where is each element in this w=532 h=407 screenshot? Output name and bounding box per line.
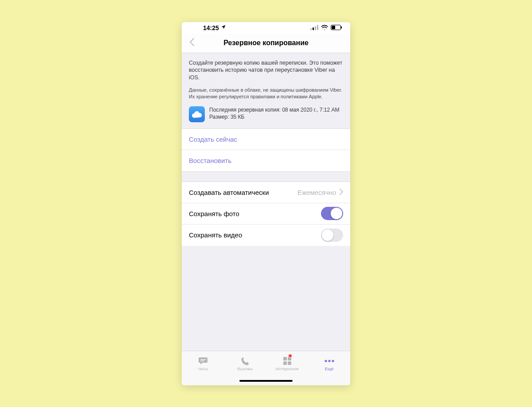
phone-icon (241, 357, 250, 365)
home-indicator[interactable] (239, 380, 293, 382)
create-now-button[interactable]: Создать сейчас (182, 129, 350, 150)
tab-bar: Чаты Вызовы Интересное (182, 351, 350, 376)
empty-area (182, 246, 350, 351)
icloud-icon (189, 106, 205, 122)
tab-more-label: Ещё (325, 366, 333, 371)
auto-backup-value: Ежемесячно (297, 189, 336, 196)
actions-group: Создать сейчас Восстановить (182, 129, 350, 171)
cellular-signal-icon (310, 24, 318, 31)
backup-info-section: Создайте резервную копию вашей переписки… (182, 53, 350, 129)
restore-button[interactable]: Восстановить (182, 150, 350, 171)
chat-bubble-icon (198, 357, 208, 365)
svg-rect-9 (283, 357, 287, 360)
backup-status-text: Последняя резервная копия: 08 мая 2020 г… (209, 106, 339, 120)
wifi-icon (321, 24, 328, 31)
tab-chats-label: Чаты (198, 366, 208, 371)
svg-rect-5 (332, 26, 335, 29)
more-dots-icon (324, 357, 335, 365)
tab-calls[interactable]: Вызовы (224, 351, 266, 376)
backup-disclaimer: Данные, сохранённые в облаке, не защищен… (189, 87, 343, 100)
svg-rect-6 (341, 26, 342, 28)
battery-icon (331, 24, 342, 31)
tab-chats[interactable]: Чаты (182, 351, 224, 376)
save-photo-row: Сохранять фото (182, 203, 350, 225)
auto-backup-label: Создавать автоматически (189, 189, 269, 196)
toggle-knob (322, 229, 333, 241)
svg-rect-12 (288, 361, 291, 365)
status-bar: 14:25 (182, 22, 350, 34)
auto-backup-row[interactable]: Создавать автоматически Ежемесячно (182, 182, 350, 203)
restore-label: Восстановить (189, 157, 231, 164)
chevron-right-icon (340, 188, 343, 197)
svg-rect-11 (283, 361, 287, 365)
home-indicator-area (182, 376, 350, 385)
svg-rect-7 (200, 359, 206, 360)
backup-size-line: Размер: 35 КБ (209, 113, 339, 120)
save-video-toggle[interactable] (321, 229, 343, 242)
notification-badge (288, 354, 292, 358)
save-video-row: Сохранять видео (182, 225, 350, 246)
nav-header: Резервное копирование (182, 34, 350, 53)
phone-frame: 14:25 (182, 22, 350, 385)
tab-calls-label: Вызовы (237, 366, 253, 371)
group-separator (182, 171, 350, 182)
svg-rect-1 (313, 27, 314, 30)
location-arrow-icon (221, 24, 226, 31)
grid-icon (283, 357, 292, 365)
svg-rect-8 (200, 360, 204, 361)
back-button[interactable] (185, 36, 199, 50)
backup-description: Создайте резервную копию вашей переписки… (189, 59, 343, 82)
svg-point-15 (332, 360, 334, 362)
tab-more[interactable]: Ещё (308, 351, 350, 376)
tab-explore[interactable]: Интересное (266, 351, 308, 376)
svg-point-14 (328, 360, 330, 362)
save-photo-label: Сохранять фото (189, 210, 239, 217)
svg-rect-3 (317, 25, 318, 30)
svg-point-13 (325, 360, 327, 362)
settings-group: Создавать автоматически Ежемесячно Сохра… (182, 182, 350, 246)
tab-explore-label: Интересное (275, 366, 299, 371)
toggle-knob (331, 208, 342, 219)
create-now-label: Создать сейчас (189, 136, 237, 143)
save-photo-toggle[interactable] (321, 207, 343, 220)
last-backup-line: Последняя резервная копия: 08 мая 2020 г… (209, 106, 339, 113)
backup-status-row: Последняя резервная копия: 08 мая 2020 г… (189, 106, 343, 122)
svg-rect-2 (315, 26, 316, 30)
status-time: 14:25 (203, 24, 219, 31)
save-video-label: Сохранять видео (189, 231, 242, 239)
page-title: Резервное копирование (223, 39, 309, 47)
svg-rect-0 (310, 28, 312, 30)
